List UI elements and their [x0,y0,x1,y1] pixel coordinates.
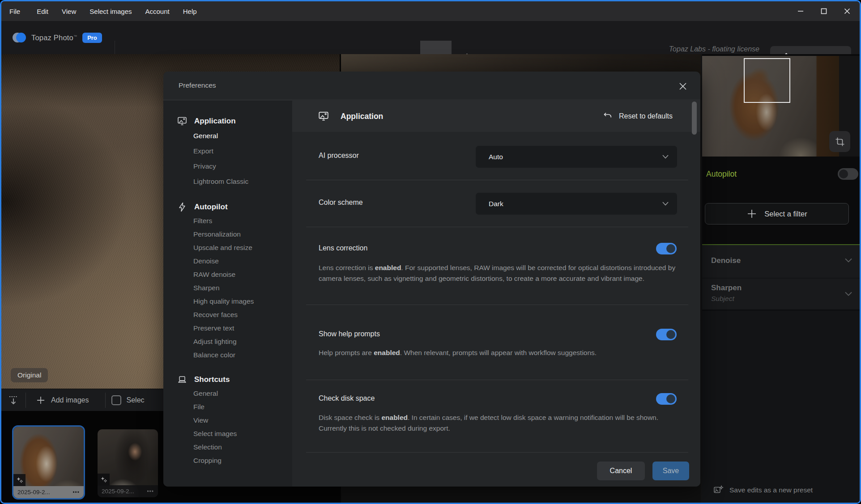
thumbnail-menu-button[interactable]: ••• [72,489,80,496]
menu-select-images[interactable]: Select images [83,1,138,21]
brand: Topaz Photo™ Pro [13,21,102,54]
check-disk-space-toggle[interactable] [656,393,677,405]
check-disk-space-description: Disk space check is enabled. In certain … [319,412,681,433]
maximize-button[interactable] [814,3,834,20]
sidebar-item-balance-color[interactable]: Balance color [163,348,292,362]
right-panel: Autopilot Select a filter Denoise Sharpe… [702,54,861,504]
sidebar-item-filters[interactable]: Filters [163,214,292,228]
show-help-prompts-toggle[interactable] [656,329,677,340]
close-button[interactable] [837,3,857,20]
save-button[interactable]: Save [652,462,689,480]
autopilot-row: Autopilot [706,168,858,180]
color-scheme-dropdown[interactable]: Dark [476,193,677,215]
app-window: File Edit View Select images Account Hel… [0,0,861,504]
sidebar-item-shortcuts-view[interactable]: View [163,414,292,427]
menu-edit[interactable]: Edit [30,1,55,21]
sidebar-item-personalization[interactable]: Personalization [163,228,292,241]
lens-correction-label: Lens correction [319,244,367,252]
thumbnail-filename: 2025-09-2... [102,488,134,495]
autopilot-toggle[interactable] [838,168,858,180]
sidebar-section-autopilot[interactable]: Autopilot [163,200,292,214]
sidebar-item-shortcuts-file[interactable]: File [163,400,292,414]
preferences-content: Application Reset to defaults AI process… [292,101,700,487]
crop-button[interactable] [829,131,850,152]
color-scheme-label: Color scheme [319,199,363,207]
row-divider [306,380,688,380]
sidebar-item-adjust-lighting[interactable]: Adjust lighting [163,335,292,348]
chevron-down-icon [662,201,669,206]
application-icon [318,110,329,122]
menu-view[interactable]: View [55,1,83,21]
thumbnail-label-bar: 2025-09-2... ••• [98,485,158,497]
menu-file[interactable]: File [9,1,30,21]
cancel-button[interactable]: Cancel [597,462,645,480]
autopilot-label: Autopilot [706,169,737,179]
menu-help[interactable]: Help [176,1,204,21]
sidebar-item-recover-faces[interactable]: Recover faces [163,308,292,322]
save-preset-button[interactable]: Save edits as a new preset [713,485,813,496]
chevron-down-icon [662,154,669,159]
filter-panel-sharpen[interactable]: Sharpen Subject [702,279,861,309]
sidebar-item-sharpen[interactable]: Sharpen [163,281,292,295]
sidebar-section-application[interactable]: Application [163,114,292,128]
pro-badge: Pro [82,33,102,43]
row-divider [306,305,688,305]
sidebar-section-shortcuts[interactable]: Shortcuts [163,373,292,387]
chevron-down-icon [844,258,852,263]
minimize-button[interactable] [791,3,810,20]
enhanced-sparkles-icon [13,474,26,486]
sidebar-item-shortcuts-select-images[interactable]: Select images [163,427,292,440]
thumbnail-bird[interactable]: 2025-09-2... ••• [13,427,84,498]
sidebar-item-shortcuts-selection[interactable]: Selection [163,440,292,454]
sidebar-item-lightroom-classic[interactable]: Lightroom Classic [163,174,292,189]
sidebar-item-shortcuts-general[interactable]: General [163,387,292,400]
viewport-indicator[interactable] [744,58,790,103]
menu-account[interactable]: Account [139,1,176,21]
sidebar-item-general[interactable]: General [163,128,292,144]
license-text: Topaz Labs - floating license [669,45,759,53]
collapse-filmstrip-button[interactable] [1,394,26,406]
ai-processor-label: AI processor [319,152,359,160]
filter-name: Denoise [711,256,741,265]
filter-divider [702,310,861,311]
sidebar-item-privacy[interactable]: Privacy [163,159,292,174]
ai-processor-dropdown[interactable]: Auto [476,146,677,168]
app-header: Topaz Photo™ Pro 2025-09-23_203305.png T… [1,21,860,54]
application-icon [177,116,188,127]
thumbnail-portrait[interactable]: 2025-09-2... ••• [98,429,158,497]
chevron-down-icon [844,291,852,296]
menu-bar: File Edit View Select images Account Hel… [1,1,860,21]
sidebar-item-export[interactable]: Export [163,144,292,159]
select-filter-button[interactable]: Select a filter [705,203,849,224]
thumbnail-menu-button[interactable]: ••• [147,488,154,495]
lens-correction-toggle[interactable] [656,243,677,254]
close-icon [678,81,688,91]
thumbnail-label-bar: 2025-09-2... ••• [13,486,84,498]
dialog-scrollbar[interactable] [692,102,697,135]
sidebar-item-preserve-text[interactable]: Preserve text [163,322,292,335]
dialog-close-button[interactable] [677,80,689,92]
section-header: Application Reset to defaults [292,101,700,132]
sidebar-item-upscale-and-resize[interactable]: Upscale and resize [163,241,292,254]
row-divider [306,227,688,227]
preferences-sidebar: Application General Export Privacy Light… [163,101,292,487]
sidebar-item-denoise[interactable]: Denoise [163,254,292,268]
trademark: ™ [73,34,77,38]
show-help-prompts-label: Show help prompts [319,330,380,338]
filter-subtitle: Subject [711,295,734,303]
select-checkbox[interactable]: Selec [106,395,145,405]
original-badge: Original [11,368,48,382]
undo-icon [603,111,613,121]
sidebar-item-shortcuts-cropping[interactable]: Cropping [163,454,292,467]
preset-icon [713,485,724,496]
add-images-button[interactable]: Add images [26,395,105,405]
sidebar-item-raw-denoise[interactable]: RAW denoise [163,268,292,281]
enhanced-sparkles-icon [98,474,110,486]
filter-panel-denoise[interactable]: Denoise [702,245,861,278]
lightning-icon [177,202,188,212]
filters-list: Denoise Sharpen Subject [702,245,861,504]
sidebar-item-high-quality-images[interactable]: High quality images [163,295,292,308]
reset-to-defaults-button[interactable]: Reset to defaults [603,111,673,121]
laptop-icon [177,374,188,385]
plus-icon [746,208,757,219]
